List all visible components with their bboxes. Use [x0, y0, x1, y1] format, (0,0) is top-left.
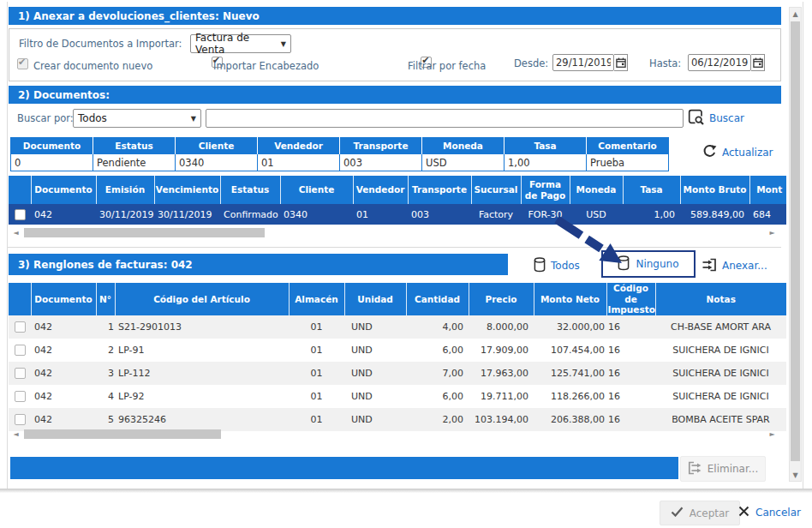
hasta-date-input[interactable]: [688, 54, 751, 71]
document-type-value: Factura de Venta: [195, 32, 276, 56]
search-input[interactable]: [206, 109, 684, 128]
cell: 118.266,00: [534, 385, 606, 408]
importar-encabezado-label: Importar Encabezado: [213, 60, 319, 72]
hscroll-thumb[interactable]: [24, 228, 265, 237]
desde-date-input[interactable]: [552, 54, 614, 71]
cell: LP-91: [115, 339, 289, 362]
buscar-por-label: Buscar por:: [17, 112, 74, 124]
column-header: Código de Impuesto: [606, 283, 655, 315]
cancelar-button-label: Cancelar: [755, 507, 801, 519]
line-row[interactable]: 042 2 LP-91 01 UND 6,00 17.909,00 107.45…: [9, 339, 786, 362]
column-header: Cantidad: [406, 283, 469, 315]
row-checkbox[interactable]: [15, 209, 26, 220]
scroll-down-icon[interactable]: ▼: [790, 469, 801, 481]
row-checkbox[interactable]: [15, 414, 26, 425]
document-row-selected[interactable]: 042 30/11/2019 30/11/2019 Confirmado 034…: [9, 204, 786, 225]
cell: 16: [606, 408, 655, 431]
eliminar-button[interactable]: Eliminar...: [680, 456, 766, 482]
check-icon: [671, 507, 684, 519]
line-row[interactable]: 042 4 LP-92 01 UND 6,00 19.711,00 118.26…: [9, 385, 786, 408]
section3-title: 3) Renglones de facturas: 042: [18, 259, 193, 271]
column-header: Monto Bruto: [680, 176, 749, 204]
cell: USD: [422, 154, 505, 171]
cell: CH-BASE AMORT ARA: [655, 315, 786, 339]
line-row[interactable]: 042 5 96325246 01 UND 2,00 103.194,00 20…: [9, 408, 786, 431]
buscar-por-select[interactable]: Todos ▼: [73, 109, 201, 128]
filter-table-row[interactable]: 0 Pendiente 0340 01 003 USD 1,00 Prueba: [11, 154, 669, 171]
filtrar-por-fecha-label: Filtrar por fecha: [408, 60, 486, 72]
cell: 3: [96, 362, 115, 385]
cell: 01: [289, 315, 344, 339]
column-header: Emisión: [96, 176, 154, 204]
vscroll-thumb[interactable]: [791, 21, 800, 461]
cell: UND: [344, 339, 406, 362]
column-header: Transporte: [340, 138, 422, 154]
anexar-button[interactable]: Anexar...: [702, 256, 767, 275]
column-header: Transporte: [408, 176, 471, 204]
row-checkbox[interactable]: [15, 368, 26, 379]
hscroll-thumb[interactable]: [24, 429, 221, 439]
desde-calendar-icon[interactable]: [614, 54, 628, 71]
column-header: N°: [96, 283, 115, 315]
cell: 042: [31, 408, 96, 431]
cell: 1: [96, 315, 115, 339]
document-type-select[interactable]: Factura de Venta ▼: [190, 34, 291, 53]
scroll-left-icon[interactable]: ◄: [10, 429, 21, 440]
crear-documento-checkbox[interactable]: [17, 58, 28, 69]
cell: 16: [606, 385, 655, 408]
buscar-button[interactable]: Buscar: [688, 109, 744, 128]
column-header: Almacén: [289, 283, 344, 315]
line-row[interactable]: 042 3 LP-112 01 UND 7,00 17.963,00 125.7…: [9, 362, 786, 385]
cell: 0340: [176, 154, 258, 171]
cell: 01: [289, 385, 344, 408]
annotation-arrow: [546, 214, 632, 269]
column-header: Moneda: [422, 138, 505, 154]
cell: 589.849,00: [680, 204, 749, 225]
scroll-right-icon[interactable]: ►: [767, 227, 778, 238]
import-arrows-icon: [702, 258, 717, 274]
column-header: Vendedor: [258, 138, 340, 154]
cell: 206.388,00: [534, 408, 606, 431]
cell: 4,00: [406, 315, 469, 339]
cancelar-button[interactable]: Cancelar: [738, 501, 801, 524]
cell: UND: [344, 408, 406, 431]
actualizar-button[interactable]: Actualizar: [702, 144, 773, 161]
column-header: Precio: [469, 283, 534, 315]
cell: 042: [31, 339, 96, 362]
bottom-bar: [10, 457, 678, 479]
cell: Confirmado: [220, 204, 280, 225]
filter-table-header-row: Documento Estatus Cliente Vendedor Trans…: [11, 138, 669, 154]
import-filter-panel: [9, 28, 781, 81]
cell: Pendiente: [93, 154, 176, 171]
cell: 684: [749, 204, 786, 225]
checkbox-column-header: [9, 176, 31, 204]
cell: UND: [344, 385, 406, 408]
remove-arrows-icon: [688, 461, 702, 477]
row-checkbox[interactable]: [15, 345, 26, 356]
column-header: Documento: [11, 138, 93, 154]
column-header: Cliente: [176, 138, 258, 154]
lines-grid-header-row: Documento N° Código del Artículo Almacén…: [9, 283, 786, 315]
cell: 2,00: [406, 408, 469, 431]
section1-title: 1) Anexar a devoluciones_clientes: Nuevo: [18, 10, 260, 22]
cell: 96325246: [115, 408, 289, 431]
search-icon: [688, 109, 704, 128]
cell: LP-112: [115, 362, 289, 385]
cell: 042: [31, 362, 96, 385]
aceptar-button[interactable]: Aceptar: [660, 501, 740, 525]
filtro-documentos-label: Filtro de Documentos a Importar:: [19, 38, 182, 50]
scroll-right-icon[interactable]: ►: [767, 429, 778, 440]
row-checkbox[interactable]: [15, 321, 26, 333]
cell: 19.711,00: [469, 385, 534, 408]
scroll-left-icon[interactable]: ◄: [10, 227, 21, 238]
cell: 003: [408, 204, 471, 225]
scroll-up-icon[interactable]: ▲: [790, 8, 801, 20]
anexar-button-label: Anexar...: [722, 260, 767, 272]
cell: UND: [344, 315, 406, 339]
ninguno-button-label: Ninguno: [636, 258, 678, 270]
hasta-calendar-icon[interactable]: [751, 54, 765, 71]
row-checkbox[interactable]: [15, 391, 26, 402]
cell: 6,00: [406, 339, 469, 362]
document-filter-table: Documento Estatus Cliente Vendedor Trans…: [10, 137, 669, 171]
line-row[interactable]: 042 1 S21-2901013 01 UND 4,00 8.000,00 3…: [9, 315, 786, 339]
